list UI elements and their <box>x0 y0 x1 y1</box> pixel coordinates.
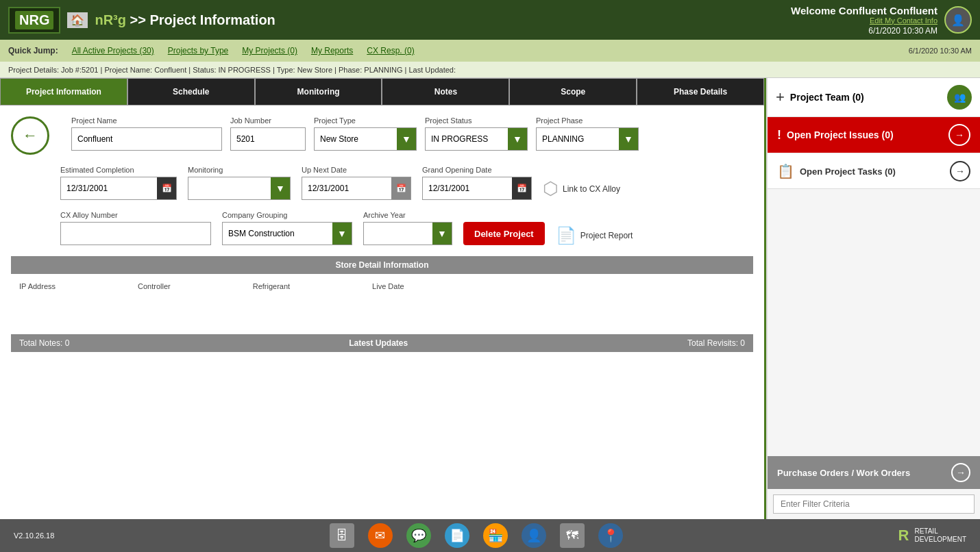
project-report-icon: 📄 <box>556 226 576 245</box>
tab-project-information[interactable]: Project Information <box>0 78 127 105</box>
header-left: NRG 🏠 nR³g >> Project Information <box>8 7 275 34</box>
total-notes: Total Notes: 0 <box>19 338 69 348</box>
tab-notes[interactable]: Notes <box>382 78 509 105</box>
powo-filter-input[interactable] <box>773 494 975 514</box>
summary-bar: Total Notes: 0 Latest Updates Total Revi… <box>11 334 753 352</box>
archive-year-select[interactable]: 2019 2020 2021 <box>364 223 432 244</box>
tab-label-schedule: Schedule <box>173 87 209 97</box>
team-header-left: + Project Team (0) <box>776 88 864 106</box>
up-next-date-wrapper: 📅 <box>302 177 411 200</box>
open-project-tasks-button[interactable]: 📋 Open Project Tasks (0) → <box>768 154 980 189</box>
tasks-label: Open Project Tasks (0) <box>800 166 896 177</box>
tab-label-monitoring: Monitoring <box>297 87 340 97</box>
up-next-date-calendar-icon[interactable]: 📅 <box>391 177 411 199</box>
taskbar-icon-map[interactable]: 🗺 <box>560 523 585 548</box>
taskbar-icon-chat[interactable]: 💬 <box>406 523 431 548</box>
tab-monitoring[interactable]: Monitoring <box>255 78 382 105</box>
cx-alloy-number-input[interactable] <box>60 222 211 245</box>
project-team-header: + Project Team (0) 👥 <box>768 78 980 117</box>
estimated-completion-calendar-icon[interactable]: 📅 <box>157 177 176 199</box>
project-report-link[interactable]: 📄 Project Report <box>556 226 633 245</box>
archive-year-group: Archive Year 2019 2020 2021 ▼ <box>363 211 452 245</box>
tasks-label-group: 📋 Open Project Tasks (0) <box>777 163 896 179</box>
company-grouping-group: Company Grouping BSM Construction Other … <box>222 211 352 245</box>
store-detail-row: IP Address Controller Refrigerant Live D… <box>11 279 753 293</box>
nav-my-projects[interactable]: My Projects (0) <box>242 46 297 55</box>
taskbar-icon-1[interactable]: 🗄 <box>330 523 354 548</box>
nav-my-reports[interactable]: My Reports <box>311 46 353 55</box>
nav-all-active-projects[interactable]: All Active Projects (30) <box>72 46 154 55</box>
monitoring-select[interactable]: Option 1 <box>188 177 271 199</box>
home-icon[interactable]: 🏠 <box>67 12 88 28</box>
header-right: Welcome Confluent Confluent Edit My Cont… <box>791 5 972 36</box>
tab-scope[interactable]: Scope <box>509 78 637 105</box>
job-number-input[interactable] <box>230 127 306 151</box>
project-details-text: Project Details: Job #:5201 | Project Na… <box>8 66 456 74</box>
project-status-select[interactable]: IN PROGRESS COMPLETE ON HOLD <box>426 128 508 150</box>
project-phase-select[interactable]: PLANNING CONSTRUCTION CLOSEOUT <box>537 128 619 150</box>
company-grouping-select-wrapper[interactable]: BSM Construction Other ▼ <box>222 222 352 245</box>
logo-nrg: NRG <box>19 12 49 27</box>
live-date-label: Live Date <box>372 282 404 290</box>
header-user-info: Welcome Confluent Confluent Edit My Cont… <box>791 5 938 36</box>
project-type-select[interactable]: New Store Remodel Service <box>315 128 397 150</box>
tab-schedule[interactable]: Schedule <box>127 78 255 105</box>
grand-opening-date-calendar-icon[interactable]: 📅 <box>512 177 531 199</box>
company-grouping-select[interactable]: BSM Construction Other <box>223 223 332 244</box>
edit-contact-link[interactable]: Edit My Contact Info <box>791 16 938 25</box>
taskbar-icon-user[interactable]: 👤 <box>522 523 546 548</box>
cx-alloy-number-group: CX Alloy Number <box>60 211 211 245</box>
open-project-issues-button[interactable]: ! Open Project Issues (0) → <box>768 117 980 153</box>
project-phase-select-wrapper[interactable]: PLANNING CONSTRUCTION CLOSEOUT ▼ <box>536 127 639 151</box>
taskbar-icon-email[interactable]: ✉ <box>368 523 393 548</box>
issues-arrow-icon: → <box>948 124 970 146</box>
estimated-completion-input[interactable] <box>61 177 157 199</box>
form-content-area: ← Project Name Job Number Project Type <box>0 105 764 363</box>
project-status-label: Project Status <box>425 116 528 125</box>
project-type-select-wrapper[interactable]: New Store Remodel Service ▼ <box>314 127 417 151</box>
nav-cx-resp[interactable]: CX Resp. (0) <box>367 46 414 55</box>
powo-arrow-button[interactable]: → <box>951 463 970 482</box>
main-layout: Project Information Schedule Monitoring … <box>0 78 980 519</box>
nav-projects-by-type[interactable]: Projects by Type <box>168 46 229 55</box>
nav-bar: Quick Jump: All Active Projects (30) Pro… <box>0 40 980 62</box>
team-title: Project Team (0) <box>790 92 864 103</box>
up-next-date-label: Up Next Date <box>302 166 411 174</box>
retail-development-label: RETAILDEVELOPMENT <box>914 527 966 544</box>
taskbar-icon-store[interactable]: 🏪 <box>483 523 508 548</box>
grand-opening-date-label: Grand Opening Date <box>422 166 532 174</box>
quick-jump-label: Quick Jump: <box>8 46 58 55</box>
project-name-input[interactable] <box>71 127 222 151</box>
grand-opening-date-input[interactable] <box>423 177 512 199</box>
project-type-dropdown-arrow[interactable]: ▼ <box>397 128 416 150</box>
up-next-date-input[interactable] <box>302 177 391 199</box>
project-phase-dropdown-arrow[interactable]: ▼ <box>619 128 638 150</box>
powo-title: Purchase Orders / Work Orders <box>777 468 910 478</box>
project-status-dropdown-arrow[interactable]: ▼ <box>508 128 527 150</box>
taskbar: V2.10.26.18 🗄 ✉ 💬 📄 🏪 👤 🗺 📍 R RETAILDEVE… <box>0 519 980 552</box>
right-panel: + Project Team (0) 👥 ! Open Project Issu… <box>766 78 980 519</box>
team-avatar-icon: 👥 <box>947 85 972 110</box>
company-grouping-dropdown-arrow[interactable]: ▼ <box>332 223 352 244</box>
cx-alloy-label: Link to CX Alloy <box>563 184 620 194</box>
taskbar-icon-doc[interactable]: 📄 <box>445 523 469 548</box>
tab-phase-details[interactable]: Phase Details <box>637 78 764 105</box>
cx-alloy-link[interactable]: ⬡ Link to CX Alloy <box>543 178 620 199</box>
datetime: 6/1/2020 10:30 AM <box>791 26 938 36</box>
project-name-group: Project Name <box>71 116 222 151</box>
project-report-label: Project Report <box>580 231 633 240</box>
latest-updates: Latest Updates <box>349 338 408 348</box>
estimated-completion-label: Estimated Completion <box>60 166 177 174</box>
taskbar-icon-location[interactable]: 📍 <box>598 523 623 548</box>
tasks-clipboard-icon: 📋 <box>777 163 794 179</box>
archive-year-dropdown-arrow[interactable]: ▼ <box>432 223 452 244</box>
monitoring-dropdown-arrow[interactable]: ▼ <box>271 177 290 199</box>
delete-project-button[interactable]: Delete Project <box>463 222 545 245</box>
add-team-member-button[interactable]: + <box>776 88 785 106</box>
project-status-select-wrapper[interactable]: IN PROGRESS COMPLETE ON HOLD ▼ <box>425 127 528 151</box>
monitoring-select-wrapper[interactable]: Option 1 ▼ <box>188 177 291 200</box>
back-button[interactable]: ← <box>11 116 49 155</box>
r3-icon: R <box>898 527 909 544</box>
archive-year-select-wrapper[interactable]: 2019 2020 2021 ▼ <box>363 222 452 245</box>
left-panel: Project Information Schedule Monitoring … <box>0 78 764 519</box>
